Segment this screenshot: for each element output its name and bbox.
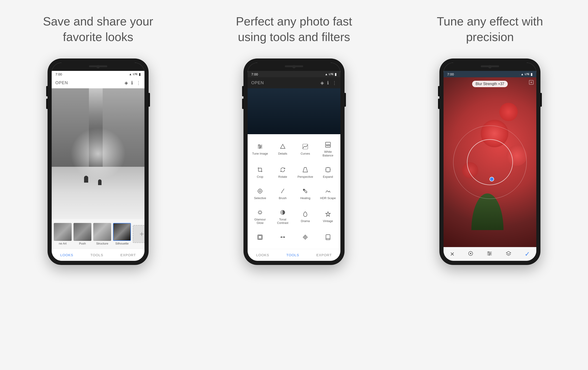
curves-icon xyxy=(302,142,308,151)
tool-tonal-contrast[interactable]: Tonal Contrast xyxy=(272,204,294,229)
flower-photo: Blur Strength +37 xyxy=(443,77,536,247)
app-toolbar-looks: OPEN ◈ ℹ ⋮ xyxy=(52,77,145,88)
status-time-3: 7:00 xyxy=(447,72,454,76)
look-thumb-add: + xyxy=(133,225,145,243)
check-button[interactable]: ✓ xyxy=(525,250,530,258)
section-precision: Tune any effect with precision 7:00 ▲ LT… xyxy=(392,14,588,265)
lens-blur-icon xyxy=(302,233,308,241)
flower-2 xyxy=(499,103,518,121)
tool-expand-label: Expand xyxy=(323,175,333,179)
phone-notch-3 xyxy=(443,63,536,71)
svg-point-64 xyxy=(490,253,491,254)
nav-looks[interactable]: LOOKS xyxy=(60,253,73,257)
dark-photo-area xyxy=(248,88,340,134)
tool-rotate[interactable]: Rotate xyxy=(272,161,294,183)
brush-icon xyxy=(280,187,286,195)
open-label: OPEN xyxy=(55,80,68,85)
svg-marker-17 xyxy=(303,168,307,172)
healing-icon xyxy=(302,187,308,195)
svg-text:WB: WB xyxy=(326,144,330,147)
svg-point-4 xyxy=(260,146,261,147)
nav-looks-2[interactable]: LOOKS xyxy=(256,253,269,257)
tool-curves[interactable]: Curves xyxy=(294,137,317,161)
tune-button[interactable] xyxy=(486,250,493,258)
look-item-add[interactable]: + xyxy=(133,225,145,243)
tool-healing-label: Healing xyxy=(300,196,310,200)
tool-selective[interactable]: Selective xyxy=(249,183,272,204)
layers-icon[interactable]: ◈ xyxy=(125,80,128,86)
look-label-structure: Structure xyxy=(96,242,108,245)
tool-glamour-label: Glamour Glow xyxy=(254,218,266,225)
details-icon xyxy=(280,142,286,151)
phone-speaker-3 xyxy=(481,65,499,67)
bw-photo xyxy=(52,88,145,219)
status-time: 7:00 xyxy=(55,72,62,76)
info-icon[interactable]: ℹ xyxy=(131,80,133,86)
svg-marker-6 xyxy=(281,144,285,148)
look-item-structure[interactable]: Structure xyxy=(93,223,111,245)
close-button[interactable]: ✕ xyxy=(450,251,454,257)
svg-line-40 xyxy=(261,211,262,211)
tool-hdr[interactable]: HDR Scape xyxy=(317,183,339,204)
look-item-silhouette[interactable]: Silhouette xyxy=(113,223,131,245)
vol-down-btn-2 xyxy=(242,99,243,109)
svg-rect-46 xyxy=(258,236,262,239)
svg-point-63 xyxy=(488,251,489,252)
tool-perspective[interactable]: Perspective xyxy=(294,161,317,183)
status-bar-precision: 7:00 ▲ LTE ▮ xyxy=(443,71,536,77)
vol-up-btn-3 xyxy=(438,86,439,96)
app-toolbar-tools: OPEN ◈ ℹ ⋮ xyxy=(248,77,340,88)
circle-dot[interactable] xyxy=(489,177,494,181)
nav-tools[interactable]: TOOLS xyxy=(91,253,103,257)
tool-details[interactable]: Details xyxy=(272,137,294,161)
tool-drama[interactable]: Drama xyxy=(294,204,317,229)
phone-screen-looks: 7:00 ▲ LTE ▮ OPEN ◈ ℹ ⋮ xyxy=(52,63,145,261)
svg-line-39 xyxy=(261,214,262,214)
tool-mustache[interactable] xyxy=(272,229,294,247)
tool-vintage[interactable]: Vintage xyxy=(317,204,339,229)
status-bar-looks: 7:00 ▲ LTE ▮ xyxy=(52,71,145,77)
tool-brush[interactable]: Brush xyxy=(272,183,294,204)
tool-tonal-label: Tonal Contrast xyxy=(277,218,288,225)
circle-tool-button[interactable] xyxy=(468,250,474,258)
person-silhouette-1 xyxy=(84,176,88,183)
more-icon-2[interactable]: ⋮ xyxy=(332,80,337,86)
tool-frames[interactable] xyxy=(249,229,272,247)
look-item-push[interactable]: Push xyxy=(73,223,92,245)
nav-export[interactable]: EXPORT xyxy=(120,253,136,257)
leaves xyxy=(471,193,504,230)
bottom-nav-looks: LOOKS TOOLS EXPORT xyxy=(52,249,145,261)
edit-corner-icon[interactable] xyxy=(528,80,534,87)
layers-icon-2[interactable]: ◈ xyxy=(320,80,324,86)
signal-icon-3: ▲ xyxy=(521,72,524,76)
tool-white-balance[interactable]: WB White Balance xyxy=(317,137,339,161)
tool-glamour-glow[interactable]: Glamour Glow xyxy=(249,204,272,229)
tool-portrait[interactable] xyxy=(317,229,339,247)
info-icon-2[interactable]: ℹ xyxy=(327,80,329,86)
photo-bottom-controls: ✕ xyxy=(443,247,536,261)
phone-looks: 7:00 ▲ LTE ▮ OPEN ◈ ℹ ⋮ xyxy=(48,59,149,265)
nav-export-2[interactable]: EXPORT xyxy=(316,253,332,257)
layers-button[interactable] xyxy=(505,250,512,258)
section-title-tools: Perfect any photo fast using tools and f… xyxy=(236,14,352,45)
signal-icon-2: ▲ xyxy=(325,72,328,76)
battery-icon-3: ▮ xyxy=(531,72,533,76)
look-item-fine-art[interactable]: ne Art xyxy=(53,223,72,245)
look-label-fine-art: ne Art xyxy=(59,242,67,245)
tool-crop[interactable]: Crop xyxy=(249,161,272,183)
svg-point-33 xyxy=(259,211,261,214)
phone-tools: 7:00 ▲ LTE ▮ OPEN ◈ ℹ ⋮ xyxy=(243,59,345,265)
power-btn-3 xyxy=(540,93,542,107)
tool-expand[interactable]: Expand xyxy=(317,161,339,183)
selective-icon xyxy=(257,187,263,195)
nav-tools-2[interactable]: TOOLS xyxy=(286,253,299,257)
tool-lens-blur[interactable] xyxy=(294,229,317,247)
tool-healing[interactable]: Healing xyxy=(294,183,317,204)
look-thumb-push xyxy=(74,223,91,241)
tool-tune-image[interactable]: Tune Image xyxy=(249,137,272,161)
svg-marker-16 xyxy=(280,170,281,172)
vol-up-btn-2 xyxy=(242,86,243,96)
hdr-icon xyxy=(325,187,331,195)
svg-line-41 xyxy=(258,214,259,214)
more-icon[interactable]: ⋮ xyxy=(136,80,141,86)
